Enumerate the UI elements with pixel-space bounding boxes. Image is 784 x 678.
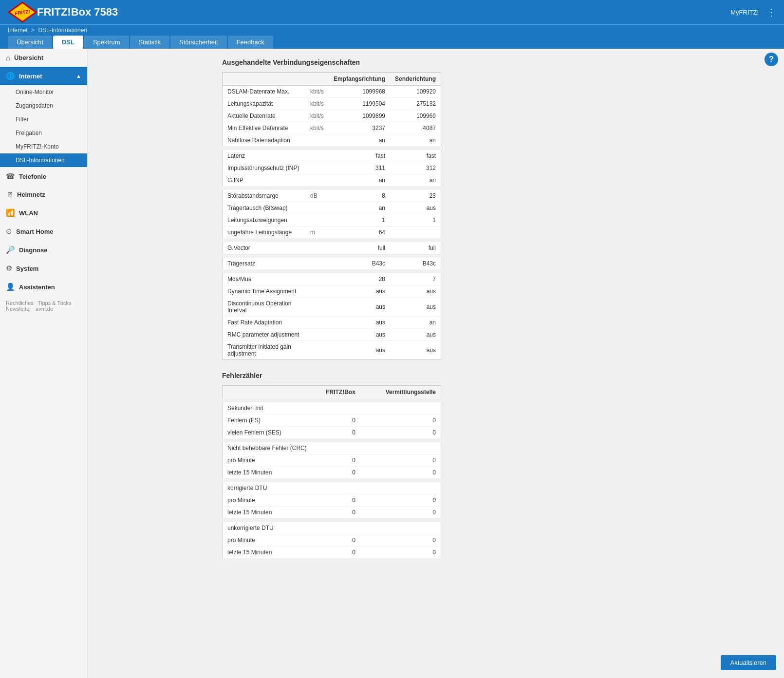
conn-label-1: Leitungskapazität <box>223 98 305 110</box>
sidebar-item-system[interactable]: ⚙System <box>0 259 87 278</box>
sidebar-item-freigaben[interactable]: Freigaben <box>0 126 87 140</box>
conn-unit-11: m <box>305 226 329 241</box>
myfritz-link[interactable]: MyFRITZ! <box>730 9 759 16</box>
conn-recv-18: aus <box>329 329 390 341</box>
sidebar-label-telefonie: Telefonie <box>19 173 81 180</box>
sidebar-item-filter[interactable]: Filter <box>0 113 87 126</box>
conn-recv-4: an <box>329 134 390 149</box>
table-row: ungefähre Leitungslängem64 <box>223 226 441 241</box>
more-menu-icon[interactable]: ⋮ <box>766 6 776 18</box>
err-header-2: Vermittlungsstelle <box>360 386 441 401</box>
conn-label-2: Aktuelle Datenrate <box>223 110 305 122</box>
error-group-header-0: Sekunden mit <box>223 400 441 414</box>
sidebar-item-zugangsdaten[interactable]: Zugangsdaten <box>0 99 87 113</box>
conn-send-2: 109969 <box>390 110 441 122</box>
sidebar-label-uebersicht: Übersicht <box>14 54 81 61</box>
sidebar-item-internet[interactable]: 🌐Internet▲ <box>0 67 87 85</box>
conn-send-8: 23 <box>390 188 441 202</box>
err-fritzbox-2-0: 0 <box>308 494 360 507</box>
connection-table: EmpfangsrichtungSenderichtungDSLAM-Daten… <box>222 72 441 360</box>
main-layout: ⌂Übersicht🌐Internet▲Online-MonitorZugang… <box>0 49 784 678</box>
sidebar-item-uebersicht[interactable]: ⌂Übersicht <box>0 49 87 67</box>
main-content: ? Ausgehandelte Verbindungseigenschaften… <box>88 49 784 678</box>
conn-send-4: an <box>390 134 441 149</box>
conn-send-17: an <box>390 317 441 329</box>
sidebar-item-wlan[interactable]: 📶WLAN <box>0 204 87 222</box>
update-button[interactable]: Aktualisieren <box>721 655 776 670</box>
tab-spektrum[interactable]: Spektrum <box>84 36 129 49</box>
conn-label-16: Discontinuous Operation Interval <box>223 298 305 317</box>
tab-feedback[interactable]: Feedback <box>228 36 273 49</box>
conn-label-17: Fast Rate Adaptation <box>223 317 305 329</box>
table-row: Latenzfastfast <box>223 148 441 162</box>
telefonie-icon: ☎ <box>6 172 15 181</box>
footer-link-0[interactable]: Rechtliches <box>6 300 34 306</box>
conn-recv-8: 8 <box>329 188 390 202</box>
help-button[interactable]: ? <box>765 53 778 66</box>
conn-recv-10: 1 <box>329 214 390 226</box>
sidebar-item-dsl-informationen[interactable]: DSL-Informationen <box>0 153 87 167</box>
tab-uebersicht[interactable]: Übersicht <box>8 36 52 49</box>
error-group-header-2: korrigierte DTU <box>223 480 441 494</box>
footer-link-1[interactable]: Tipps & Tricks <box>38 300 72 306</box>
heimnetz-icon: 🖥 <box>6 190 13 199</box>
table-row: Trägertausch (Bitswap)anaus <box>223 202 441 214</box>
sidebar-item-heimnetz[interactable]: 🖥Heimnetz <box>0 186 87 204</box>
conn-recv-5: fast <box>329 148 390 162</box>
fritz-logo: FRITZ! <box>8 1 37 23</box>
conn-label-11: ungefähre Leitungslänge <box>223 226 305 241</box>
err-label-0-0: Fehlern (ES) <box>223 414 308 427</box>
wlan-icon: 📶 <box>6 208 15 217</box>
tab-dsl[interactable]: DSL <box>53 36 83 49</box>
conn-unit-4 <box>305 134 329 149</box>
conn-unit-17 <box>305 317 329 329</box>
conn-recv-3: 3237 <box>329 122 390 134</box>
conn-label-18: RMC parameter adjustment <box>223 329 305 341</box>
err-fritzbox-1-0: 0 <box>308 454 360 467</box>
sidebar-item-smarthome[interactable]: ⊙Smart Home <box>0 222 87 241</box>
err-label-1-1: letzte 15 Minuten <box>223 467 308 481</box>
tab-statistik[interactable]: Statistik <box>130 36 170 49</box>
conn-unit-3: kbit/s <box>305 122 329 134</box>
conn-recv-1: 1199504 <box>329 98 390 110</box>
conn-label-0: DSLAM-Datenrate Max. <box>223 86 305 98</box>
conn-unit-6 <box>305 162 329 174</box>
conn-send-7: an <box>390 174 441 188</box>
table-row: G.Vectorfullfull <box>223 240 441 256</box>
chevron-up-icon: ▲ <box>76 73 81 79</box>
sidebar-label-wlan: WLAN <box>19 209 81 217</box>
table-row: StörabstandsmargedB823 <box>223 188 441 202</box>
error-group-label-2: korrigierte DTU <box>223 480 441 494</box>
sidebar-item-myfritz-konto[interactable]: MyFRITZ!-Konto <box>0 140 87 153</box>
err-label-3-0: pro Minute <box>223 534 308 546</box>
footer-link-2[interactable]: Newsletter <box>6 306 31 312</box>
footer-link-3[interactable]: avm.de <box>36 306 53 312</box>
sidebar-item-diagnose[interactable]: 🔎Diagnose <box>0 241 87 259</box>
sidebar-label-diagnose: Diagnose <box>19 246 81 254</box>
conn-send-14: 7 <box>390 271 441 285</box>
table-row: Mds/Mus287 <box>223 271 441 285</box>
conn-header-2: Empfangsrichtung <box>329 73 390 86</box>
conn-send-6: 312 <box>390 162 441 174</box>
sidebar-item-telefonie[interactable]: ☎Telefonie <box>0 167 87 186</box>
conn-unit-14 <box>305 271 329 285</box>
conn-send-11 <box>390 226 441 241</box>
tab-stoersicherheit[interactable]: Störsicherheit <box>170 36 226 49</box>
table-row: vielen Fehlern (SES)00 <box>223 427 441 441</box>
table-row: Leitungskapazitätkbit/s1199504275132 <box>223 98 441 110</box>
conn-send-12: full <box>390 240 441 256</box>
conn-unit-18 <box>305 329 329 341</box>
conn-send-1: 275132 <box>390 98 441 110</box>
conn-label-4: Nahtlose Ratenadaption <box>223 134 305 149</box>
table-row: Aktuelle Datenratekbit/s1099899109969 <box>223 110 441 122</box>
conn-recv-17: aus <box>329 317 390 329</box>
err-vermittlung-2-1: 0 <box>360 507 441 521</box>
table-row: Leitungsabzweigungen11 <box>223 214 441 226</box>
sidebar-item-online-monitor[interactable]: Online-Monitor <box>0 85 87 99</box>
conn-recv-9: an <box>329 202 390 214</box>
conn-label-3: Min Effektive Datenrate <box>223 122 305 134</box>
breadcrumb-part1[interactable]: Internet <box>8 27 28 34</box>
conn-label-14: Mds/Mus <box>223 271 305 285</box>
sidebar-item-assistenten[interactable]: 👤Assistenten <box>0 278 87 296</box>
table-row: Discontinuous Operation Intervalausaus <box>223 298 441 317</box>
